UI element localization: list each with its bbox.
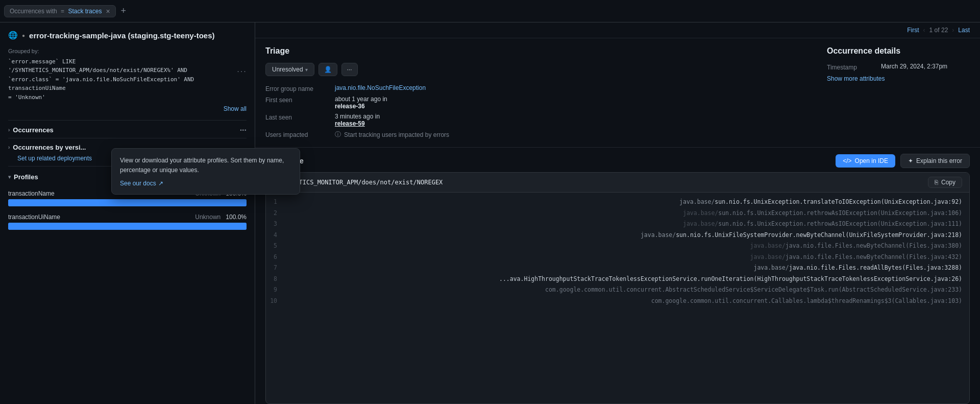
triage-fields: Error group name java.nio.file.NoSuchFil…	[265, 84, 806, 139]
profile-row-transaction-ui-name-header: transactionUiName Unknown 100.0%	[8, 213, 247, 221]
line-content-5: java.base/java.nio.file.Files.newByteCha…	[284, 241, 969, 251]
more-options-button[interactable]: ···	[341, 63, 358, 76]
error-group-name-label: Error group name	[265, 84, 327, 92]
line-number-3: 3	[266, 219, 284, 229]
sparkle-icon: ✦	[908, 157, 913, 164]
line-content-10: com.google.common.util.concurrent.Callab…	[284, 296, 969, 306]
top-info-row: Triage Unresolved ▾ 👤 ··· Error group na…	[255, 38, 980, 148]
explain-label: Explain this error	[916, 157, 962, 164]
tab-bar: Occurrences with = Stack traces × +	[0, 0, 980, 22]
show-all-link[interactable]: Show all	[8, 104, 247, 114]
profile-ui-name-label: transactionUiName	[8, 213, 60, 221]
triage-section: Triage Unresolved ▾ 👤 ··· Error group na…	[265, 46, 806, 139]
timestamp-value: March 29, 2024, 2:37pm	[881, 63, 970, 70]
line-content-4: java.base/sun.nio.fs.UnixFileSystemProvi…	[284, 230, 969, 241]
profile-bar-bg	[8, 199, 247, 206]
stack-trace-file-header: /SYNTHETICS_MONITOR_APM/does/not/exist/N…	[266, 173, 969, 193]
timestamp-label: Timestamp	[827, 63, 873, 71]
profile-bar-fill	[8, 199, 247, 206]
stack-line-3: 3java.base/sun.nio.fs.UnixException.reth…	[266, 219, 969, 230]
nav-current: 1 of 22	[929, 27, 948, 34]
copy-label: Copy	[941, 179, 955, 186]
show-more-attributes-link[interactable]: Show more attributes	[827, 75, 970, 82]
user-icon: 👤	[324, 66, 332, 73]
stack-trace-actions: </> Open in IDE ✦ Explain this error	[836, 154, 970, 168]
grouped-by-line-2: '/SYNTHETICS_MONITOR_APM/does/not/exist/…	[8, 66, 247, 75]
stack-line-2: 2java.base/sun.nio.fs.UnixException.reth…	[266, 208, 969, 219]
occurrence-details-section: Occurrence details Timestamp March 29, 2…	[827, 46, 970, 139]
occurrences-by-version-label: Occurrences by versi...	[13, 144, 86, 151]
grouped-by-line-4: = 'Unknown'	[8, 93, 247, 102]
tab-filter-label: Occurrences with	[10, 8, 57, 15]
users-impacted-value[interactable]: ⓘ Start tracking users impacted by error…	[335, 130, 806, 139]
last-seen-label: Last seen	[265, 113, 327, 121]
tab-value-label: Stack traces	[68, 8, 102, 15]
occurrences-menu-icon[interactable]: ···	[240, 126, 247, 135]
add-tab-button[interactable]: +	[119, 6, 129, 16]
open-ide-label: Open in IDE	[855, 157, 888, 164]
line-number-10: 10	[266, 296, 284, 306]
unresolved-button[interactable]: Unresolved ▾	[265, 63, 314, 76]
unresolved-label: Unresolved	[272, 66, 303, 73]
stack-line-6: 6java.base/java.nio.file.Files.newByteCh…	[266, 252, 969, 263]
project-status-dot: ●	[22, 33, 25, 38]
left-panel: 🌐 ● error-tracking-sample-java (staging.…	[0, 22, 255, 404]
profile-ui-pct-label: 100.0%	[226, 213, 247, 221]
external-link-icon: ↗	[158, 180, 163, 187]
open-in-ide-button[interactable]: </> Open in IDE	[836, 154, 895, 168]
tab-stack-traces[interactable]: Occurrences with = Stack traces ×	[4, 5, 116, 17]
stack-trace-header: Stack trace </> Open in IDE ✦ Explain th…	[265, 148, 970, 172]
occurrences-by-version-chevron-icon: ›	[8, 145, 10, 150]
last-seen-release: release-59	[335, 120, 806, 127]
stack-line-1: 1java.base/sun.nio.fs.UnixException.tran…	[266, 197, 969, 208]
first-seen-release: release-36	[335, 103, 806, 110]
line-content-9: com.google.common.util.concurrent.Abstra…	[284, 285, 969, 295]
occurrences-chevron-icon: ›	[8, 127, 10, 133]
explain-error-button[interactable]: ✦ Explain this error	[900, 154, 970, 168]
profiles-title: ▾ Profiles	[8, 173, 38, 181]
line-content-6: java.base/java.nio.file.Files.newByteCha…	[284, 252, 969, 263]
first-seen-value: about 1 year ago in release-36	[335, 96, 806, 110]
set-up-deployments-link[interactable]: Set up related deployments	[17, 155, 92, 162]
triage-title: Triage	[265, 46, 806, 56]
grouped-by-section: Grouped by: `error.message` LIKE '/SYNTH…	[8, 47, 247, 114]
line-number-4: 4	[266, 230, 284, 241]
profile-row-transaction-ui-name: transactionUiName Unknown 100.0%	[8, 213, 247, 230]
error-group-name-value[interactable]: java.nio.file.NoSuchFileException	[335, 84, 806, 91]
stack-line-10: 10com.google.common.util.concurrent.Call…	[266, 296, 969, 307]
users-info-icon: ⓘ	[335, 130, 341, 139]
nav-last-link[interactable]: Last	[958, 27, 970, 34]
tab-close-button[interactable]: ×	[106, 8, 110, 15]
stack-line-7: 7java.base/java.nio.file.Files.readAllBy…	[266, 263, 969, 274]
stack-line-5: 5java.base/java.nio.file.Files.newByteCh…	[266, 241, 969, 252]
more-options-icon: ···	[347, 66, 352, 73]
first-seen-text: about 1 year ago in	[335, 96, 806, 103]
users-impacted-text: Start tracking users impacted by errors	[344, 131, 449, 138]
line-number-6: 6	[266, 252, 284, 263]
grouped-by-line-3: `error.class` = 'java.nio.file.NoSuchFil…	[8, 75, 247, 93]
copy-button[interactable]: ⎘ Copy	[928, 177, 962, 188]
line-number-5: 5	[266, 241, 284, 251]
project-name: error-tracking-sample-java (staging.stg-…	[29, 31, 214, 40]
assign-user-button[interactable]: 👤	[318, 63, 337, 76]
occurrence-details-fields: Timestamp March 29, 2024, 2:37pm	[827, 63, 970, 71]
line-content-1: java.base/sun.nio.fs.UnixException.trans…	[284, 197, 969, 207]
profiles-tooltip: View or download your attribute profiles…	[111, 148, 255, 195]
nav-current-num: 1	[929, 27, 933, 34]
right-panel: First ‹ 1 of 22 › Last Triage Unresolved…	[255, 22, 980, 404]
triage-controls: Unresolved ▾ 👤 ···	[265, 63, 806, 76]
stack-line-9: 9com.google.common.util.concurrent.Abstr…	[266, 284, 969, 296]
nav-first-link[interactable]: First	[907, 27, 919, 34]
line-number-1: 1	[266, 197, 284, 207]
nav-total-num: 22	[941, 27, 948, 34]
tooltip-docs-link[interactable]: See our docs ↗	[120, 180, 163, 187]
stack-line-4: 4java.base/sun.nio.fs.UnixFileSystemProv…	[266, 230, 969, 241]
tooltip-link-text: See our docs	[120, 180, 156, 187]
copy-icon: ⎘	[935, 179, 938, 186]
line-number-7: 7	[266, 263, 284, 273]
profiles-chevron-icon: ▾	[8, 174, 11, 180]
profile-ui-bar-bg	[8, 223, 247, 230]
occurrences-section-header[interactable]: › Occurrences ···	[8, 120, 247, 138]
users-impacted-label: Users impacted	[265, 130, 327, 138]
profiles-label: Profiles	[14, 173, 38, 181]
